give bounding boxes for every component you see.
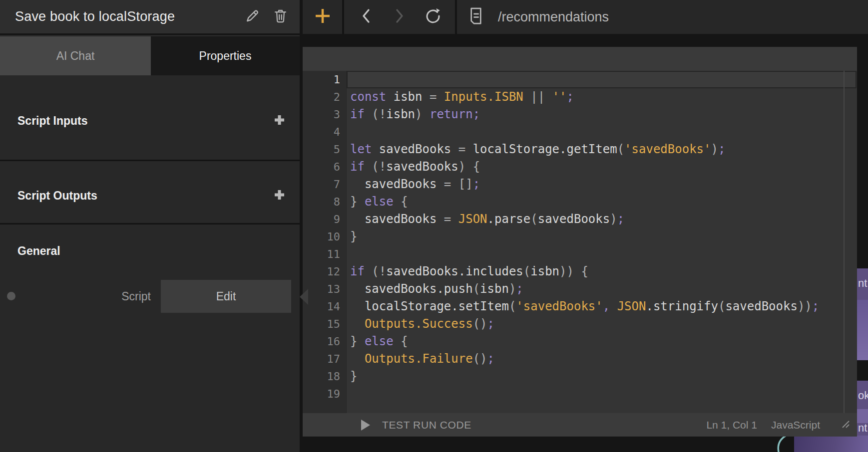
- section-general: General Script Edit: [0, 225, 300, 452]
- line-number: 5: [303, 141, 340, 158]
- code-line[interactable]: savedBooks = [];: [350, 176, 857, 193]
- action-title: Save book to localStorage: [15, 9, 235, 24]
- line-number: 11: [303, 245, 340, 263]
- plus-icon: [274, 189, 285, 203]
- node-label: nt: [858, 422, 867, 435]
- line-number: 10: [303, 228, 340, 245]
- line-number: 1: [303, 71, 340, 88]
- line-number: 12: [303, 263, 340, 280]
- code-line[interactable]: [350, 245, 857, 263]
- binding-dot[interactable]: [7, 292, 15, 300]
- line-number: 18: [303, 368, 340, 385]
- script-editor-panel: 12345678910111213141516171819 const isbn…: [303, 47, 857, 437]
- node-label: ok: [858, 389, 868, 402]
- line-number: 19: [303, 385, 340, 403]
- code-line[interactable]: [350, 385, 857, 403]
- code-line[interactable]: if (!savedBooks) {: [350, 158, 857, 176]
- node-label: nt: [858, 277, 867, 290]
- code-line[interactable]: }: [350, 368, 857, 385]
- code-lines: const isbn = Inputs.ISBN || '';if (!isbn…: [347, 71, 857, 413]
- canvas-node-fragment[interactable]: [794, 436, 868, 452]
- node-highlight-band: [857, 409, 868, 423]
- preview-toolbar: /recommendations: [303, 0, 868, 34]
- general-label: General: [17, 244, 60, 258]
- code-line[interactable]: savedBooks.push(isbn);: [350, 280, 857, 298]
- code-line[interactable]: if (!isbn) return;: [350, 106, 857, 123]
- panel-header: Save book to localStorage: [0, 0, 300, 35]
- language-label: JavaScript: [771, 419, 820, 431]
- connection-wire: [771, 436, 793, 452]
- chevron-left-icon: [362, 8, 371, 25]
- resize-grip[interactable]: [841, 419, 850, 431]
- delete-action-button[interactable]: [270, 6, 291, 27]
- plus-icon: [314, 7, 331, 26]
- pencil-icon: [245, 8, 260, 25]
- line-number: 9: [303, 211, 340, 228]
- line-number: 8: [303, 193, 340, 211]
- canvas-node-fragment[interactable]: [857, 300, 868, 360]
- add-page-button[interactable]: [312, 6, 334, 28]
- add-script-input-button[interactable]: [271, 113, 288, 130]
- line-number: 16: [303, 333, 340, 350]
- line-number: 15: [303, 315, 340, 333]
- editor-status-bar: TEST RUN CODE Ln 1, Col 1 JavaScript: [303, 413, 857, 437]
- page-path[interactable]: /recommendations: [498, 9, 609, 25]
- code-line[interactable]: let savedBooks = localStorage.getItem('s…: [350, 141, 857, 158]
- plus-icon: [274, 114, 285, 128]
- code-line[interactable]: Outputs.Failure();: [350, 350, 857, 368]
- line-number: 14: [303, 298, 340, 315]
- forward-button[interactable]: [389, 6, 411, 28]
- code-line[interactable]: if (!savedBooks.includes(isbn)) {: [350, 263, 857, 280]
- code-line[interactable]: }: [350, 228, 857, 245]
- tab-properties-label: Properties: [199, 49, 252, 63]
- edit-script-button-label: Edit: [216, 290, 236, 303]
- edit-script-button[interactable]: Edit: [161, 280, 291, 313]
- page-icon: [469, 7, 483, 27]
- code-line[interactable]: [350, 123, 857, 141]
- app-screen: Save book to localStorage: [0, 0, 868, 452]
- cursor-position: Ln 1, Col 1: [706, 419, 757, 431]
- section-script-inputs: Script Inputs: [0, 75, 300, 160]
- tab-ai-chat[interactable]: AI Chat: [0, 36, 151, 75]
- line-number: 6: [303, 158, 340, 176]
- canvas-node-fragment[interactable]: nt: [857, 268, 868, 300]
- code-area[interactable]: 12345678910111213141516171819 const isbn…: [303, 71, 857, 413]
- editor-gutter: 12345678910111213141516171819: [303, 71, 347, 413]
- line-number: 3: [303, 106, 340, 123]
- canvas-node-fragment[interactable]: ok nt: [857, 381, 868, 436]
- chevron-right-icon: [395, 8, 404, 25]
- trash-icon: [273, 8, 288, 25]
- play-icon: [361, 420, 370, 431]
- section-script-outputs: Script Outputs: [0, 161, 300, 223]
- code-line[interactable]: localStorage.setItem('savedBooks', JSON.…: [350, 298, 857, 315]
- script-outputs-label: Script Outputs: [17, 189, 271, 203]
- line-number: 13: [303, 280, 340, 298]
- tab-properties[interactable]: Properties: [151, 36, 300, 75]
- editor-top-padding: [303, 47, 857, 71]
- refresh-button[interactable]: [422, 6, 444, 28]
- test-run-code-label: TEST RUN CODE: [382, 419, 471, 431]
- refresh-icon: [425, 7, 441, 26]
- script-property-label: Script: [90, 288, 151, 304]
- back-button[interactable]: [355, 6, 377, 28]
- code-line[interactable]: [350, 71, 857, 88]
- rename-action-button[interactable]: [242, 6, 263, 27]
- test-run-code-button[interactable]: TEST RUN CODE: [361, 419, 471, 431]
- editor-pointer-arrow: [300, 289, 308, 305]
- code-line[interactable]: } else {: [350, 193, 857, 211]
- code-line[interactable]: const isbn = Inputs.ISBN || '';: [350, 88, 857, 106]
- script-inputs-label: Script Inputs: [17, 114, 271, 128]
- line-number: 7: [303, 176, 340, 193]
- action-settings-panel: Save book to localStorage: [0, 0, 300, 452]
- code-line[interactable]: Outputs.Success();: [350, 315, 857, 333]
- line-number: 17: [303, 350, 340, 368]
- line-number: 2: [303, 88, 340, 106]
- code-line[interactable]: } else {: [350, 333, 857, 350]
- add-script-output-button[interactable]: [271, 187, 288, 204]
- line-number: 4: [303, 123, 340, 141]
- tab-ai-chat-label: AI Chat: [56, 49, 95, 63]
- panel-tabs: AI Chat Properties: [0, 36, 300, 75]
- code-line[interactable]: savedBooks = JSON.parse(savedBooks);: [350, 211, 857, 228]
